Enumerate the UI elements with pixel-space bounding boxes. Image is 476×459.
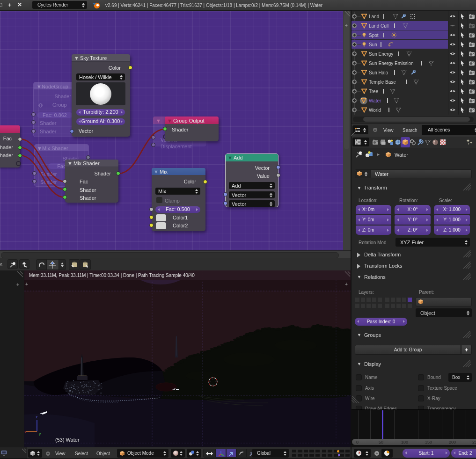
svg-text:z: z (36, 415, 38, 419)
svg-text:y: y (39, 431, 41, 436)
svg-text:(53) Water: (53) Water (55, 437, 80, 443)
svg-text:x: x (24, 430, 27, 434)
